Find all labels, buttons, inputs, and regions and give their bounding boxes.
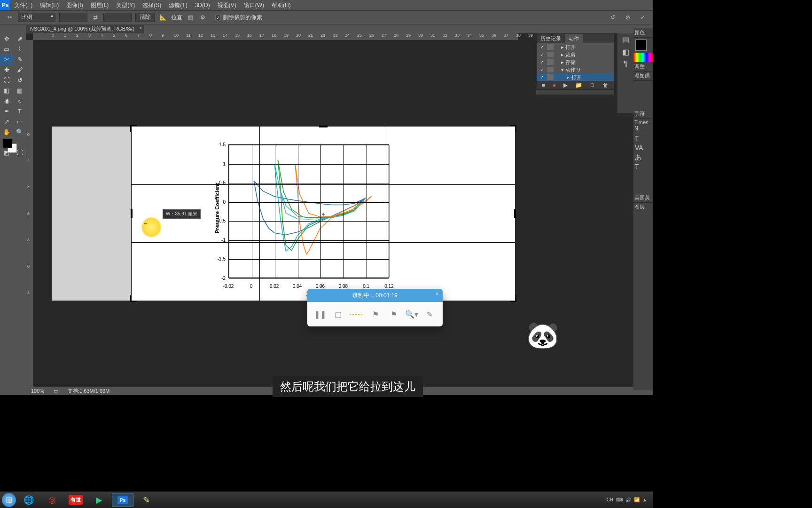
menu-layer[interactable]: 图层(L)	[87, 1, 113, 9]
marquee-tool[interactable]: ▭	[0, 44, 13, 54]
crop-tool[interactable]: ✂	[0, 54, 13, 64]
document-size-info[interactable]: 文档:1.63M/1.63M	[68, 388, 109, 395]
taskbar-chrome[interactable]: ◎	[41, 493, 63, 507]
color-panel-tab[interactable]: 颜色	[633, 28, 653, 38]
recorder-annotate-icon[interactable]: ✎	[423, 308, 437, 321]
tray-ime-icon[interactable]: ⌨	[616, 497, 623, 502]
stamp-tool[interactable]: ⛶	[0, 75, 13, 85]
action-row[interactable]: ✓ ▸ 裁剪	[537, 51, 614, 58]
history-brush-tool[interactable]: ↺	[13, 75, 26, 85]
crop-handle-l[interactable]	[131, 209, 133, 218]
horizontal-ruler[interactable]: 0123456789101112131415161718192021222324…	[33, 33, 518, 40]
hand-tool[interactable]: ✋	[0, 127, 13, 137]
menu-window[interactable]: 窗口(W)	[240, 1, 268, 9]
recorder-zoom-icon[interactable]: 🔍▾	[405, 308, 418, 321]
tray-lang[interactable]: CH	[607, 497, 613, 502]
vertical-ruler[interactable]: 0246802	[26, 40, 33, 387]
font-name-field[interactable]: Times N	[633, 119, 653, 132]
clear-button[interactable]: 清除	[135, 13, 155, 22]
start-button[interactable]: ⊞	[2, 493, 16, 507]
crop-height-field[interactable]	[103, 13, 132, 22]
new-action-icon[interactable]: 🗋	[590, 82, 595, 88]
reset-crop-icon[interactable]: ↺	[609, 13, 617, 22]
crop-options-gear-icon[interactable]: ⚙	[198, 13, 207, 22]
zoom-tool[interactable]: 🔍	[13, 127, 26, 137]
color-ramp[interactable]	[633, 53, 653, 62]
crop-handle-tr[interactable]	[510, 125, 516, 132]
tray-network-icon[interactable]: 📶	[634, 497, 640, 502]
menu-image[interactable]: 图像(I)	[62, 1, 86, 9]
language-field[interactable]: 美国英	[633, 193, 653, 203]
foreground-swatch[interactable]	[3, 139, 12, 148]
pen-tool[interactable]: ✒	[0, 106, 13, 116]
screen-mode-icon[interactable]: ▭	[54, 388, 58, 394]
crop-handle-bl[interactable]	[130, 295, 137, 302]
play-action-icon[interactable]: ▶	[563, 82, 568, 88]
shape-tool[interactable]: ▭	[13, 116, 26, 127]
recorder-flag1-icon[interactable]: ⚑	[369, 308, 382, 321]
character-options[interactable]: TVAあT	[633, 132, 653, 193]
dodge-tool[interactable]: ☼	[13, 95, 26, 106]
eyedropper-tool[interactable]: ✎	[13, 54, 26, 64]
panel-icon-1[interactable]: ▤	[617, 33, 633, 46]
commit-crop-icon[interactable]: ✓	[639, 13, 647, 22]
new-set-icon[interactable]: 📁	[575, 82, 582, 88]
taskbar-maxthon[interactable]: 🌐	[18, 493, 39, 507]
recorder-stop-icon[interactable]: ▢	[332, 308, 345, 321]
action-row[interactable]: ✓ ▾ 动作 9	[537, 66, 614, 73]
overlay-grid-icon[interactable]: ▦	[186, 13, 195, 22]
eraser-tool[interactable]: ◧	[0, 85, 13, 95]
document-tab[interactable]: NSGA01_4.png @ 100% (裁剪预览, RGB/8#) ×	[26, 25, 144, 33]
delete-action-icon[interactable]: 🗑	[603, 82, 609, 88]
recorder-flag2-icon[interactable]: ⚑	[387, 308, 400, 321]
healing-tool[interactable]: ✚	[0, 64, 13, 75]
record-action-icon[interactable]: ●	[553, 82, 556, 88]
action-row[interactable]: ✓ ▸ 打开	[537, 43, 614, 51]
panel-icon-2[interactable]: ◧	[617, 46, 633, 58]
tray-volume-icon[interactable]: 🔊	[625, 497, 631, 502]
crop-handle-t[interactable]	[319, 126, 328, 127]
taskbar-youdao[interactable]: 有道	[65, 493, 86, 507]
taskbar-notes[interactable]: ✎	[135, 493, 157, 507]
straighten-icon[interactable]: 📐	[159, 13, 167, 22]
character-panel-tab[interactable]: 字符	[633, 109, 653, 119]
color-swatch[interactable]	[635, 40, 647, 51]
menu-select[interactable]: 选择(S)	[139, 1, 165, 9]
type-tool[interactable]: T	[13, 106, 26, 116]
swap-dimensions-icon[interactable]: ⇄	[91, 13, 100, 22]
recorder-close-icon[interactable]: ×	[436, 291, 439, 297]
cancel-crop-icon[interactable]: ⊘	[624, 13, 632, 22]
recorder-pause-icon[interactable]: ❚❚	[313, 308, 327, 321]
crop-handle-tl[interactable]	[130, 125, 137, 132]
menu-view[interactable]: 视图(V)	[214, 1, 240, 9]
gradient-tool[interactable]: ▥	[13, 85, 26, 95]
move-tool[interactable]: ✥	[0, 33, 13, 44]
screen-recorder-overlay[interactable]: 录制中... 00:01:19 × ❚❚ ▢ ⚑ ⚑ 🔍▾ ✎	[307, 289, 443, 326]
action-row[interactable]: ✓ ▸ 打开	[537, 73, 614, 81]
menu-file[interactable]: 文件(F)	[10, 1, 36, 9]
panel-icon-3[interactable]: ¶	[617, 58, 633, 70]
blur-tool[interactable]: ◉	[0, 95, 13, 106]
adjustments-panel-tab[interactable]: 调整	[633, 62, 653, 71]
system-tray[interactable]: CH ⌨ 🔊 📶 ▲	[607, 497, 651, 502]
crop-width-field[interactable]	[59, 13, 87, 22]
crop-handle-br[interactable]	[510, 295, 516, 302]
crop-handle-r[interactable]	[514, 209, 516, 218]
menu-help[interactable]: 帮助(H)	[268, 1, 295, 9]
menu-edit[interactable]: 编辑(E)	[36, 1, 62, 9]
layers-panel-tab[interactable]: 图层	[633, 203, 653, 212]
tray-overflow-icon[interactable]: ▲	[642, 497, 647, 502]
stop-action-icon[interactable]: ■	[542, 82, 545, 88]
menu-type[interactable]: 类型(Y)	[112, 1, 139, 9]
artboard-tool[interactable]: ⬈	[13, 33, 26, 44]
zoom-level[interactable]: 100%	[31, 388, 44, 394]
history-panel-tab[interactable]: 历史记录	[537, 34, 565, 43]
aspect-ratio-dropdown[interactable]: 比例	[18, 13, 55, 22]
taskbar-media[interactable]: ▶	[88, 493, 110, 507]
lasso-tool[interactable]: ⌇	[13, 44, 26, 54]
close-tab-icon[interactable]: ×	[139, 25, 142, 31]
delete-pixels-checkbox[interactable]: ✓ 删除裁剪的像素	[215, 14, 262, 22]
crop-tool-icon[interactable]: ✂	[6, 13, 14, 22]
brush-tool[interactable]: 🖌	[13, 64, 26, 75]
path-tool[interactable]: ↗	[0, 116, 13, 127]
